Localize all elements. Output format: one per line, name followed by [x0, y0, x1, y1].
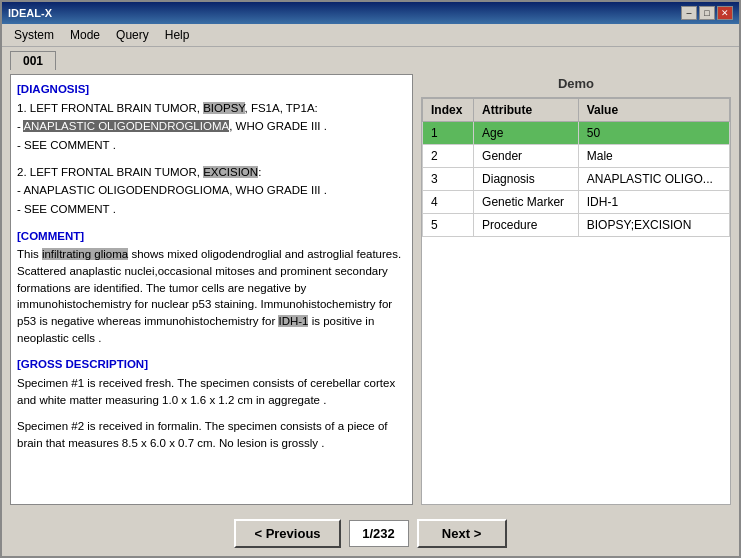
- window-title: IDEAL-X: [8, 7, 52, 19]
- tab-001[interactable]: 001: [10, 51, 56, 70]
- cell-index: 2: [423, 145, 474, 168]
- highlight-infiltrating: infiltrating glioma: [42, 248, 128, 260]
- content-area: [DIAGNOSIS] 1. LEFT FRONTAL BRAIN TUMOR,…: [2, 70, 739, 513]
- left-panel[interactable]: [DIAGNOSIS] 1. LEFT FRONTAL BRAIN TUMOR,…: [10, 74, 413, 505]
- cell-attribute: Procedure: [474, 214, 579, 237]
- col-header-value: Value: [578, 99, 729, 122]
- cell-value: 50: [578, 122, 729, 145]
- doc-line4: 2. LEFT FRONTAL BRAIN TUMOR, EXCISION:: [17, 164, 406, 181]
- comment-body: This infiltrating glioma shows mixed oli…: [17, 246, 406, 346]
- right-panel-title: Demo: [421, 74, 731, 93]
- data-table: Index Attribute Value 1Age502GenderMale3…: [422, 98, 730, 237]
- cell-index: 5: [423, 214, 474, 237]
- menu-mode[interactable]: Mode: [62, 26, 108, 44]
- highlight-idh1-comment: IDH-1: [278, 315, 308, 327]
- gross-header: [GROSS DESCRIPTION]: [17, 356, 406, 373]
- cell-attribute: Gender: [474, 145, 579, 168]
- cell-index: 4: [423, 191, 474, 214]
- title-bar: IDEAL-X – □ ✕: [2, 2, 739, 24]
- doc-line3: - SEE COMMENT .: [17, 137, 406, 154]
- gross-line2: Specimen #2 is received in formalin. The…: [17, 418, 406, 451]
- doc-line5: - ANAPLASTIC OLIGODENDROGLIOMA, WHO GRAD…: [17, 182, 406, 199]
- cell-attribute: Diagnosis: [474, 168, 579, 191]
- tab-bar: 001: [2, 47, 739, 70]
- cell-value: ANAPLASTIC OLIGO...: [578, 168, 729, 191]
- table-header-row: Index Attribute Value: [423, 99, 730, 122]
- col-header-attribute: Attribute: [474, 99, 579, 122]
- highlight-biopsy: BIOPSY: [203, 102, 244, 114]
- right-panel: Demo Index Attribute Value 1Age502Gender…: [421, 74, 731, 505]
- comment-header: [COMMENT]: [17, 228, 406, 245]
- cell-index: 3: [423, 168, 474, 191]
- cell-index: 1: [423, 122, 474, 145]
- cell-attribute: Genetic Marker: [474, 191, 579, 214]
- left-panel-wrapper: [DIAGNOSIS] 1. LEFT FRONTAL BRAIN TUMOR,…: [10, 74, 413, 505]
- table-row[interactable]: 1Age50: [423, 122, 730, 145]
- table-row[interactable]: 4Genetic MarkerIDH-1: [423, 191, 730, 214]
- bottom-bar: < Previous 1/232 Next >: [2, 513, 739, 556]
- table-row[interactable]: 5ProcedureBIOPSY;EXCISION: [423, 214, 730, 237]
- menu-query[interactable]: Query: [108, 26, 157, 44]
- col-header-index: Index: [423, 99, 474, 122]
- cell-value: IDH-1: [578, 191, 729, 214]
- window-controls: – □ ✕: [681, 6, 733, 20]
- diagnosis-header: [DIAGNOSIS]: [17, 81, 406, 98]
- menu-system[interactable]: System: [6, 26, 62, 44]
- menu-bar: System Mode Query Help: [2, 24, 739, 47]
- cell-value: Male: [578, 145, 729, 168]
- maximize-button[interactable]: □: [699, 6, 715, 20]
- table-row[interactable]: 3DiagnosisANAPLASTIC OLIGO...: [423, 168, 730, 191]
- close-button[interactable]: ✕: [717, 6, 733, 20]
- previous-button[interactable]: < Previous: [234, 519, 340, 548]
- data-table-container: Index Attribute Value 1Age502GenderMale3…: [421, 97, 731, 505]
- main-window: IDEAL-X – □ ✕ System Mode Query Help 001…: [0, 0, 741, 558]
- doc-line6: - SEE COMMENT .: [17, 201, 406, 218]
- page-indicator: 1/232: [349, 520, 409, 547]
- highlight-excision: EXCISION: [203, 166, 258, 178]
- table-row[interactable]: 2GenderMale: [423, 145, 730, 168]
- cell-attribute: Age: [474, 122, 579, 145]
- highlight-anaplastic1: ANAPLASTIC OLIGODENDROGLIOMA: [23, 120, 229, 132]
- gross-line1: Specimen #1 is received fresh. The speci…: [17, 375, 406, 408]
- doc-line2: - ANAPLASTIC OLIGODENDROGLIOMA, WHO GRAD…: [17, 118, 406, 135]
- minimize-button[interactable]: –: [681, 6, 697, 20]
- doc-line1: 1. LEFT FRONTAL BRAIN TUMOR, BIOPSY, FS1…: [17, 100, 406, 117]
- next-button[interactable]: Next >: [417, 519, 507, 548]
- menu-help[interactable]: Help: [157, 26, 198, 44]
- cell-value: BIOPSY;EXCISION: [578, 214, 729, 237]
